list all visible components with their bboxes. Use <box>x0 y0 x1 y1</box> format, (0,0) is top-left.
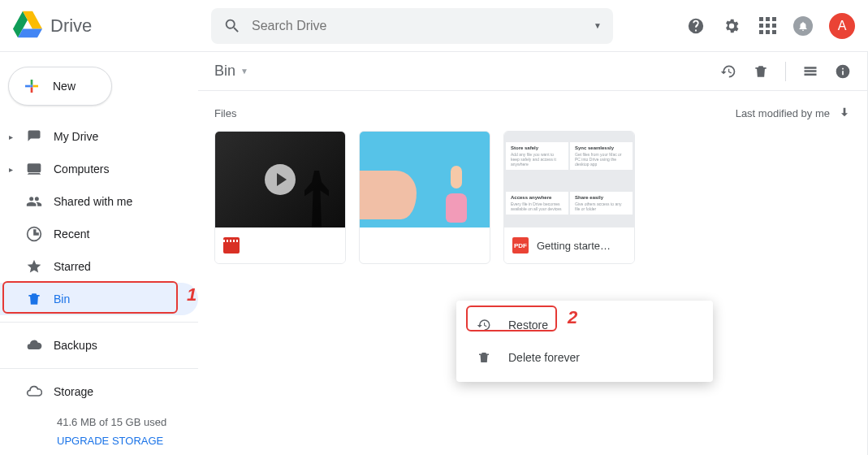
annotation-number-1: 1 <box>187 284 196 306</box>
context-menu-restore[interactable]: Restore <box>456 309 713 341</box>
sidebar-item-computers[interactable]: ▸ Computers <box>0 153 198 185</box>
sidebar-item-label: My Drive <box>54 130 98 143</box>
play-icon <box>265 164 296 195</box>
file-card[interactable]: Store safelyAdd any file you want to kee… <box>503 131 635 264</box>
restore-icon <box>476 317 492 333</box>
sidebar-item-label: Bin <box>54 292 70 306</box>
chevron-down-icon: ▼ <box>240 67 248 76</box>
section-heading: Files <box>214 107 236 119</box>
sidebar-item-my-drive[interactable]: ▸ My Drive <box>0 120 198 153</box>
context-menu-label: Delete forever <box>508 351 580 364</box>
list-view-icon[interactable] <box>802 63 818 80</box>
delete-icon[interactable] <box>753 63 769 80</box>
sidebar-item-label: Backups <box>54 339 97 352</box>
logo-area[interactable]: Drive <box>13 10 211 41</box>
star-icon <box>24 257 44 276</box>
sidebar-item-storage[interactable]: Storage <box>0 375 198 408</box>
file-card[interactable] <box>359 131 490 264</box>
context-menu: Restore Delete forever <box>456 301 713 382</box>
breadcrumb[interactable]: Bin ▼ <box>214 63 248 80</box>
sidebar-item-bin[interactable]: Bin 1 <box>0 283 198 315</box>
file-thumbnail <box>360 132 490 228</box>
search-input[interactable] <box>252 19 584 33</box>
restore-icon[interactable] <box>720 63 736 80</box>
drive-logo-icon <box>13 10 42 41</box>
search-icon <box>222 16 242 36</box>
backups-icon <box>24 336 44 355</box>
video-file-icon <box>223 237 240 254</box>
help-icon[interactable] <box>686 16 706 36</box>
pdf-file-icon: PDF <box>512 237 529 254</box>
shared-icon <box>24 192 44 211</box>
plus-icon <box>22 76 41 96</box>
svg-rect-0 <box>31 85 33 88</box>
computers-icon <box>24 159 44 179</box>
file-thumbnail <box>215 132 345 228</box>
context-menu-label: Restore <box>508 318 548 332</box>
search-bar[interactable]: ▼ <box>211 8 613 44</box>
storage-text: 41.6 MB of 15 GB used <box>57 413 198 431</box>
trash-icon <box>476 349 492 366</box>
notifications-icon[interactable] <box>793 16 813 36</box>
sidebar-item-recent[interactable]: Recent <box>0 218 198 250</box>
expand-icon[interactable]: ▸ <box>6 132 15 141</box>
new-button[interactable]: New <box>8 67 112 106</box>
storage-icon <box>24 382 44 401</box>
bin-icon <box>24 289 44 309</box>
expand-icon[interactable]: ▸ <box>6 165 15 174</box>
sidebar-item-starred[interactable]: Starred <box>0 250 198 283</box>
product-name: Drive <box>50 15 92 37</box>
apps-icon[interactable] <box>758 16 777 36</box>
my-drive-icon <box>24 127 44 146</box>
sort-label: Last modified by me <box>736 107 830 119</box>
file-card[interactable] <box>214 131 346 264</box>
sidebar-item-label: Shared with me <box>54 195 132 208</box>
annotation-number-2: 2 <box>568 307 577 328</box>
upgrade-storage-link[interactable]: UPGRADE STORAGE <box>57 431 198 450</box>
info-icon[interactable] <box>835 63 851 80</box>
arrow-down-icon <box>838 106 851 121</box>
sidebar-item-label: Storage <box>54 385 93 398</box>
sidebar-item-backups[interactable]: Backups <box>0 329 198 362</box>
sidebar-item-label: Computers <box>54 162 109 176</box>
sidebar-item-label: Starred <box>54 260 91 273</box>
sort-control[interactable]: Last modified by me <box>736 106 851 121</box>
file-name: Getting starte… <box>537 240 611 252</box>
context-menu-delete-forever[interactable]: Delete forever <box>456 341 713 374</box>
sidebar-item-shared[interactable]: Shared with me <box>0 185 198 218</box>
new-button-label: New <box>53 80 76 93</box>
breadcrumb-label: Bin <box>214 63 235 80</box>
avatar[interactable]: A <box>829 13 855 39</box>
file-thumbnail: Store safelyAdd any file you want to kee… <box>504 132 634 228</box>
search-dropdown-icon[interactable]: ▼ <box>594 21 602 30</box>
recent-icon <box>24 224 44 244</box>
gear-icon[interactable] <box>722 16 741 36</box>
sidebar-item-label: Recent <box>54 228 89 240</box>
